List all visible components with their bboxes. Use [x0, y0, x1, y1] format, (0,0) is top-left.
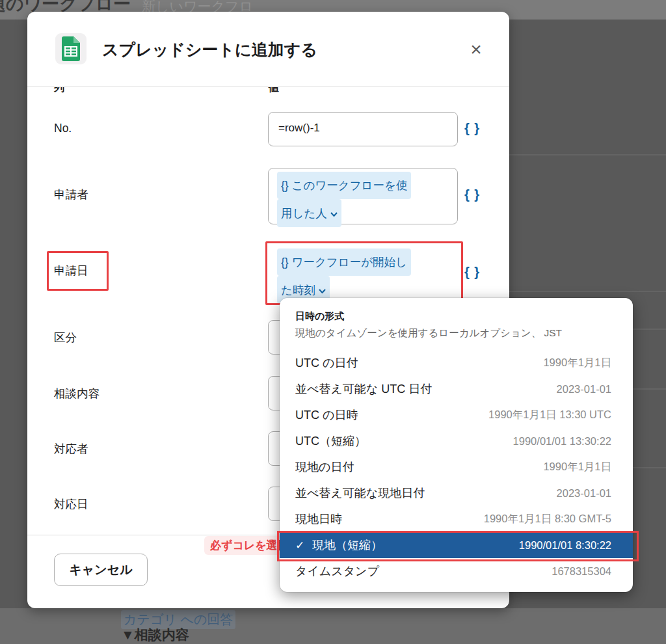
- apply-date-token[interactable]: {} ワークフローが開始し た時刻: [277, 248, 459, 304]
- applicant-token[interactable]: {} このワークフローを使 用した人: [277, 172, 459, 227]
- dropdown-item-sortable-local-date[interactable]: 並べ替え可能な現地日付 2023-01-01: [280, 480, 633, 506]
- no-value-text: =row()-1: [269, 113, 457, 144]
- google-sheets-icon: [55, 33, 87, 64]
- no-value-input[interactable]: =row()-1: [268, 112, 458, 146]
- modal-header: スプレッドシートに追加する ×: [27, 12, 509, 87]
- row-label-applicant: 申請者: [54, 187, 88, 202]
- row-label-no: No.: [54, 122, 72, 135]
- dropdown-item-local-date[interactable]: 現地の日付 1990年1月1日: [280, 454, 633, 480]
- dropdown-item-utc-datetime[interactable]: UTC の日時 1990年1月1日 13:30 UTC: [280, 402, 633, 428]
- background-divider: [633, 388, 666, 390]
- column-header-column: 列: [54, 87, 64, 95]
- row-label-category: 区分: [54, 330, 77, 345]
- checkmark-icon: ✓: [295, 539, 312, 552]
- insert-variable-button-applicant[interactable]: { }: [464, 187, 486, 202]
- dropdown-title: 日時の形式: [295, 310, 344, 323]
- dropdown-item-local-datetime[interactable]: 現地日時 1990年1月1日 8:30 GMT-5: [280, 506, 633, 532]
- column-headers: 列 値: [27, 87, 509, 97]
- background-divider: [509, 291, 666, 292]
- background-divider: [509, 154, 666, 155]
- column-header-value: 値: [269, 87, 279, 95]
- background-form-area: カテゴリ への回答 ▼相談内容: [0, 608, 666, 644]
- dropdown-subtitle: 現地のタイムゾーンを使用するローカルオプション、 JST: [295, 327, 562, 340]
- row-label-response-date: 対応日: [54, 496, 88, 512]
- dropdown-item-timestamp[interactable]: タイムスタンプ 1678315304: [280, 558, 633, 584]
- background-divider: [633, 329, 666, 330]
- insert-variable-button-apply-date[interactable]: { }: [464, 265, 486, 280]
- dropdown-item-local-short-selected[interactable]: ✓ 現地（短縮） 1990/01/01 8:30:22: [280, 532, 633, 558]
- applicant-token-line2: 用した人: [277, 199, 341, 227]
- chevron-down-icon: [330, 201, 338, 224]
- dropdown-item-list: UTC の日付 1990年1月1日 並べ替え可能な UTC 日付 2023-01…: [280, 350, 633, 584]
- applicant-token-line1: {} このワークフローを使: [277, 172, 411, 199]
- dropdown-item-utc-date[interactable]: UTC の日付 1990年1月1日: [280, 350, 633, 376]
- row-label-responder: 対応者: [54, 441, 88, 457]
- background-consult-heading: ▼相談内容: [121, 626, 189, 644]
- date-format-dropdown: 日時の形式 現地のタイムゾーンを使用するローカルオプション、 JST UTC の…: [280, 298, 633, 592]
- insert-variable-button-no[interactable]: { }: [464, 121, 486, 136]
- cancel-button[interactable]: キャンセル: [54, 554, 148, 586]
- background-divider: [633, 467, 666, 468]
- dropdown-item-sortable-utc-date[interactable]: 並べ替え可能な UTC 日付 2023-01-01: [280, 376, 633, 402]
- row-label-consult-content: 相談内容: [54, 386, 100, 401]
- modal-title: スプレッドシートに追加する: [102, 39, 317, 60]
- row-label-apply-date: 申請日: [54, 263, 88, 278]
- apply-date-token-line1: {} ワークフローが開始し: [277, 248, 411, 276]
- dropdown-item-utc-short[interactable]: UTC（短縮） 1990/01/01 13:30:22: [280, 428, 633, 454]
- close-icon[interactable]: ×: [462, 35, 490, 64]
